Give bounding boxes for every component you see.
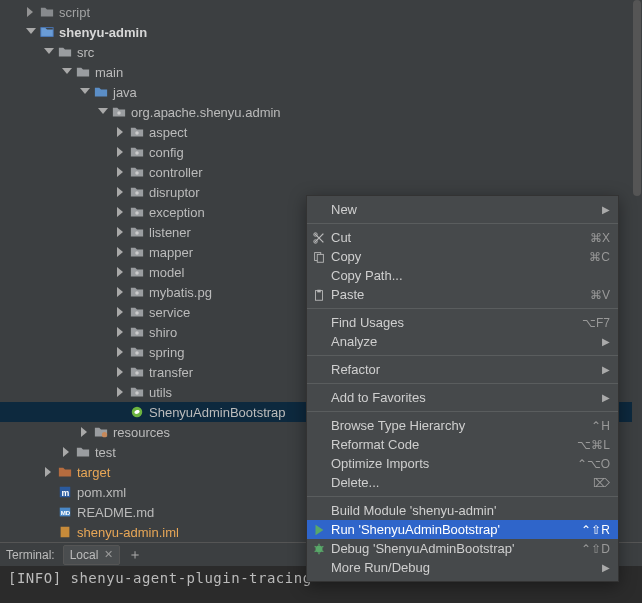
source-folder-icon	[93, 84, 109, 100]
submenu-arrow-icon: ▶	[602, 562, 610, 573]
menu-item[interactable]: Add to Favorites▶	[307, 388, 618, 407]
collapsed-arrow-icon[interactable]	[114, 346, 126, 358]
run-icon	[307, 523, 331, 537]
tree-item-label: shenyu-admin	[55, 25, 147, 40]
terminal-tab-local[interactable]: Local ✕	[63, 545, 121, 565]
menu-shortcut: ⌦	[593, 476, 610, 490]
expanded-arrow-icon[interactable]	[60, 66, 72, 78]
menu-item[interactable]: New▶	[307, 200, 618, 219]
collapsed-arrow-icon[interactable]	[114, 146, 126, 158]
menu-item[interactable]: Copy Path...	[307, 266, 618, 285]
menu-item[interactable]: Reformat Code⌥⌘L	[307, 435, 618, 454]
menu-shortcut: ⌃⇧D	[581, 542, 610, 556]
submenu-arrow-icon: ▶	[602, 392, 610, 403]
collapsed-arrow-icon[interactable]	[114, 386, 126, 398]
submenu-arrow-icon: ▶	[602, 364, 610, 375]
tree-item[interactable]: shenyu-admin	[0, 22, 642, 42]
menu-item-label: More Run/Debug	[331, 560, 602, 575]
package-icon	[129, 324, 145, 340]
menu-item[interactable]: Copy⌘C	[307, 247, 618, 266]
tree-item[interactable]: org.apache.shenyu.admin	[0, 102, 642, 122]
idea-file-icon	[57, 524, 73, 540]
menu-shortcut: ⌘V	[590, 288, 610, 302]
collapsed-arrow-icon[interactable]	[114, 366, 126, 378]
add-terminal-button[interactable]: ＋	[128, 546, 142, 564]
menu-shortcut: ⌥F7	[582, 316, 610, 330]
tree-item-label: org.apache.shenyu.admin	[127, 105, 281, 120]
collapsed-arrow-icon[interactable]	[114, 166, 126, 178]
collapsed-arrow-icon[interactable]	[114, 246, 126, 258]
close-icon[interactable]: ✕	[104, 548, 113, 561]
tree-item[interactable]: script	[0, 2, 642, 22]
menu-item-label: Delete...	[331, 475, 593, 490]
folder-icon	[75, 444, 91, 460]
tree-item-label: shenyu-admin.iml	[73, 525, 179, 540]
menu-item[interactable]: Run 'ShenyuAdminBootstrap'⌃⇧R	[307, 520, 618, 539]
tree-item-label: listener	[145, 225, 191, 240]
menu-item-label: Debug 'ShenyuAdminBootstrap'	[331, 541, 581, 556]
package-icon	[129, 364, 145, 380]
menu-item-label: Build Module 'shenyu-admin'	[331, 503, 610, 518]
tree-item-label: resources	[109, 425, 170, 440]
tree-item-label: mapper	[145, 245, 193, 260]
menu-item[interactable]: More Run/Debug▶	[307, 558, 618, 577]
package-icon	[111, 104, 127, 120]
module-icon	[39, 24, 55, 40]
collapsed-arrow-icon[interactable]	[114, 206, 126, 218]
tree-item[interactable]: src	[0, 42, 642, 62]
collapsed-arrow-icon[interactable]	[114, 226, 126, 238]
tree-item-label: exception	[145, 205, 205, 220]
menu-item[interactable]: Optimize Imports⌃⌥O	[307, 454, 618, 473]
collapsed-arrow-icon[interactable]	[114, 186, 126, 198]
debug-icon	[307, 542, 331, 556]
folder-icon	[39, 4, 55, 20]
scrollbar-thumb[interactable]	[633, 0, 641, 196]
package-icon	[129, 124, 145, 140]
menu-item-label: Paste	[331, 287, 590, 302]
collapsed-arrow-icon[interactable]	[114, 326, 126, 338]
expanded-arrow-icon[interactable]	[42, 46, 54, 58]
submenu-arrow-icon: ▶	[602, 204, 610, 215]
menu-item[interactable]: Find Usages⌥F7	[307, 313, 618, 332]
expanded-arrow-icon[interactable]	[24, 26, 36, 38]
tree-item-label: model	[145, 265, 184, 280]
menu-item-label: Run 'ShenyuAdminBootstrap'	[331, 522, 581, 537]
tree-item-label: config	[145, 145, 184, 160]
collapsed-arrow-icon[interactable]	[60, 446, 72, 458]
menu-shortcut: ⌘C	[589, 250, 610, 264]
menu-item[interactable]: Refactor▶	[307, 360, 618, 379]
tree-item-label: utils	[145, 385, 172, 400]
tree-item[interactable]: aspect	[0, 122, 642, 142]
collapsed-arrow-icon[interactable]	[114, 266, 126, 278]
menu-item-label: Copy	[331, 249, 589, 264]
menu-item[interactable]: Paste⌘V	[307, 285, 618, 304]
scissors-icon	[307, 231, 331, 245]
collapsed-arrow-icon[interactable]	[114, 126, 126, 138]
menu-item[interactable]: Debug 'ShenyuAdminBootstrap'⌃⇧D	[307, 539, 618, 558]
menu-item[interactable]: Build Module 'shenyu-admin'	[307, 501, 618, 520]
maven-icon	[57, 484, 73, 500]
menu-separator	[307, 308, 618, 309]
collapsed-arrow-icon[interactable]	[114, 306, 126, 318]
tree-item[interactable]: config	[0, 142, 642, 162]
menu-item[interactable]: Browse Type Hierarchy⌃H	[307, 416, 618, 435]
package-icon	[129, 264, 145, 280]
collapsed-arrow-icon[interactable]	[42, 466, 54, 478]
tree-item[interactable]: main	[0, 62, 642, 82]
package-icon	[129, 384, 145, 400]
tree-item[interactable]: java	[0, 82, 642, 102]
expanded-arrow-icon[interactable]	[78, 86, 90, 98]
collapsed-arrow-icon[interactable]	[114, 286, 126, 298]
folder-icon	[57, 44, 73, 60]
menu-item[interactable]: Delete...⌦	[307, 473, 618, 492]
collapsed-arrow-icon[interactable]	[78, 426, 90, 438]
menu-item[interactable]: Cut⌘X	[307, 228, 618, 247]
tree-item[interactable]: controller	[0, 162, 642, 182]
tree-item-label: mybatis.pg	[145, 285, 212, 300]
collapsed-arrow-icon[interactable]	[24, 6, 36, 18]
tree-item-label: controller	[145, 165, 202, 180]
menu-item[interactable]: Analyze▶	[307, 332, 618, 351]
tree-scrollbar[interactable]	[632, 0, 642, 542]
expanded-arrow-icon[interactable]	[96, 106, 108, 118]
tree-item-label: target	[73, 465, 110, 480]
